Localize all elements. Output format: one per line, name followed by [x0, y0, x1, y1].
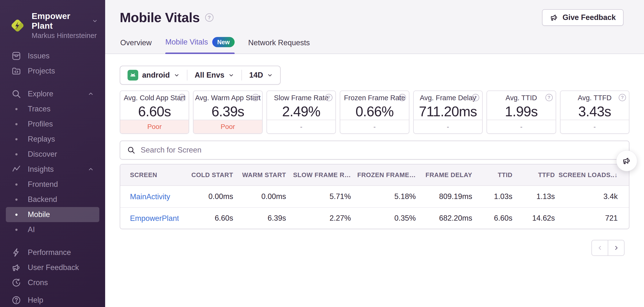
sidebar: Empower Plant Markus Hintersteiner Issue… — [0, 0, 105, 307]
cell-frame-delay: 682.20ms — [416, 214, 472, 223]
sidebar-item-label: Discover — [28, 150, 57, 159]
chevron-left-icon — [597, 245, 603, 251]
previous-page-button[interactable] — [592, 240, 608, 256]
metric-card-frozen-frame-rate: ? Frozen Frame Rate 0.66% - — [340, 90, 409, 134]
tab-mobile-vitals[interactable]: Mobile Vitals New — [165, 37, 234, 53]
floating-feedback-button[interactable] — [616, 150, 637, 171]
sidebar-item-crons[interactable]: Crons — [6, 275, 99, 290]
cell-frame-delay: 809.19ms — [416, 192, 472, 201]
sidebar-item-replays[interactable]: Replays — [6, 132, 99, 147]
sidebar-item-label: Backend — [28, 195, 57, 204]
metric-value: 711.20ms — [419, 103, 477, 119]
metric-label: Frozen Frame Rate — [344, 94, 405, 102]
sidebar-item-label: Traces — [28, 105, 50, 113]
sidebar-section-explore[interactable]: Explore — [6, 86, 99, 101]
clock-icon — [11, 278, 22, 288]
column-header-ttfd[interactable]: TTFD — [512, 171, 555, 179]
projects-icon — [11, 66, 22, 76]
help-hint-icon[interactable]: ? — [472, 94, 479, 101]
user-name: Markus Hintersteiner — [32, 32, 98, 40]
column-header-cold-start[interactable]: COLD START — [179, 171, 233, 179]
chevron-up-icon — [88, 166, 94, 172]
table-row: EmpowerPlantActivity 6.60s 6.39s 2.27% 0… — [120, 207, 629, 229]
sidebar-item-user-feedback[interactable]: User Feedback — [6, 260, 99, 275]
sidebar-item-discover[interactable]: Discover — [6, 147, 99, 162]
give-feedback-label: Give Feedback — [562, 13, 616, 22]
help-hint-icon[interactable]: ? — [252, 94, 259, 101]
metric-card-ttfd: ? Avg. TTFD 3.43s - — [560, 90, 630, 134]
sidebar-item-backend[interactable]: Backend — [6, 192, 99, 207]
sidebar-item-projects[interactable]: Projects — [6, 63, 99, 79]
cell-screen-loads: 721 — [555, 214, 629, 223]
metric-status: - — [414, 120, 482, 133]
help-hint-icon[interactable]: ? — [546, 94, 553, 101]
environment-filter[interactable]: All Envs — [188, 66, 242, 84]
column-header-screen-loads[interactable]: SCREEN LOADS..↓ — [555, 171, 629, 179]
give-feedback-button[interactable]: Give Feedback — [542, 9, 624, 26]
cell-ttid: 6.60s — [472, 214, 512, 223]
sidebar-item-mobile[interactable]: Mobile — [6, 207, 99, 222]
metric-card-warm-start: ? Avg. Warm App Start 6.39s Poor — [193, 90, 262, 134]
table-header: SCREEN COLD START WARM START SLOW FRAME … — [120, 164, 629, 186]
screen-link[interactable]: MainActivity — [130, 192, 170, 201]
sidebar-item-ai[interactable]: AI — [6, 222, 99, 237]
sidebar-item-issues[interactable]: Issues — [6, 48, 99, 63]
help-hint-icon[interactable]: ? — [399, 94, 406, 101]
metric-status: Poor — [194, 120, 262, 133]
sidebar-item-label: AI — [28, 225, 35, 234]
android-icon — [128, 70, 138, 80]
tab-overview[interactable]: Overview — [120, 38, 152, 53]
sidebar-item-label: Issues — [28, 51, 50, 60]
column-header-frozen-frame-rate[interactable]: FROZEN FRAME… — [351, 171, 416, 179]
org-switcher[interactable]: Empower Plant Markus Hintersteiner — [0, 9, 105, 42]
filter-bar: android All Envs 14D — [120, 66, 280, 85]
sidebar-section-insights[interactable]: Insights — [6, 162, 99, 177]
search-icon — [127, 146, 135, 154]
cell-slow-frame-rate: 2.27% — [286, 214, 351, 223]
main-area: Mobile Vitals ? Give Feedback Overview M… — [105, 0, 644, 307]
bullet-icon — [11, 153, 22, 155]
tab-network-requests[interactable]: Network Requests — [248, 38, 310, 53]
column-header-screen[interactable]: SCREEN — [120, 171, 179, 179]
sidebar-item-label: Replays — [28, 135, 55, 144]
cell-ttfd: 14.62s — [512, 214, 555, 223]
screens-table: SCREEN COLD START WARM START SLOW FRAME … — [120, 164, 630, 229]
column-header-frame-delay[interactable]: FRAME DELAY — [416, 171, 472, 179]
issues-icon — [11, 51, 22, 61]
org-name: Empower Plant — [32, 11, 88, 31]
sidebar-item-performance[interactable]: Performance — [6, 245, 99, 260]
sidebar-section-label: Explore — [28, 89, 53, 98]
metric-value: 6.39s — [212, 103, 244, 119]
new-badge: New — [212, 37, 234, 47]
sidebar-item-label: Projects — [28, 67, 55, 75]
help-hint-icon[interactable]: ? — [619, 94, 626, 101]
metric-label: Avg. TTID — [506, 94, 537, 102]
cell-frozen-frame-rate: 0.35% — [351, 214, 416, 223]
sidebar-item-help[interactable]: Help — [6, 293, 99, 307]
sidebar-item-profiles[interactable]: Profiles — [6, 116, 99, 132]
metric-status: - — [340, 120, 409, 133]
bullet-icon — [11, 123, 22, 125]
tab-bar: Overview Mobile Vitals New Network Reque… — [120, 37, 624, 53]
screen-link[interactable]: EmpowerPlantActivity — [130, 214, 179, 223]
column-header-warm-start[interactable]: WARM START — [233, 171, 286, 179]
table-row: MainActivity 0.00ms 0.00ms 5.71% 5.18% 8… — [120, 186, 629, 207]
cell-cold-start: 6.60s — [179, 214, 233, 223]
sidebar-item-traces[interactable]: Traces — [6, 101, 99, 116]
search-input[interactable] — [141, 146, 622, 154]
next-page-button[interactable] — [608, 240, 624, 256]
column-header-slow-frame-rate[interactable]: SLOW FRAME R… — [286, 171, 351, 179]
sidebar-item-label: Mobile — [28, 210, 50, 219]
search-icon — [11, 89, 22, 99]
sidebar-item-frontend[interactable]: Frontend — [6, 177, 99, 192]
app-window: Empower Plant Markus Hintersteiner Issue… — [0, 0, 644, 307]
tab-label: Overview — [120, 38, 152, 47]
environment-filter-value: All Envs — [195, 71, 224, 79]
chevron-down-icon — [92, 18, 98, 24]
date-range-filter[interactable]: 14D — [242, 66, 280, 84]
sidebar-item-label: Frontend — [28, 180, 58, 189]
tab-label: Network Requests — [248, 38, 310, 47]
column-header-ttid[interactable]: TTID — [472, 171, 512, 179]
title-help-icon[interactable]: ? — [205, 13, 214, 22]
project-filter[interactable]: android — [120, 66, 187, 84]
